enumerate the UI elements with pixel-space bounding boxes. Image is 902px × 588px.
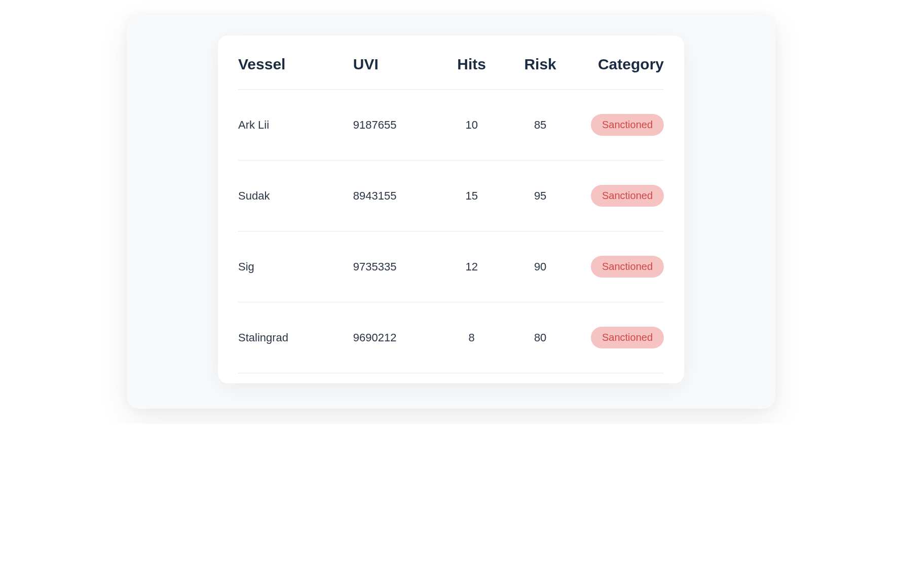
header-hits: Hits <box>437 56 506 73</box>
cell-hits: 12 <box>437 260 506 273</box>
cell-risk: 90 <box>506 260 574 273</box>
table-row: Stalingrad 9690212 8 80 Sanctioned <box>238 302 664 373</box>
cell-uvi: 8943155 <box>348 189 437 203</box>
outer-panel: Vessel UVI Hits Risk Category Ark Lii 91… <box>127 15 775 409</box>
header-category: Category <box>575 56 664 73</box>
cell-vessel: Sig <box>238 260 348 273</box>
vessel-table-card: Vessel UVI Hits Risk Category Ark Lii 91… <box>218 35 684 383</box>
cell-risk: 85 <box>506 119 574 132</box>
cell-category: Sanctioned <box>575 256 664 278</box>
cell-hits: 15 <box>437 189 506 203</box>
table-row: Sudak 8943155 15 95 Sanctioned <box>238 161 664 231</box>
cell-risk: 95 <box>506 189 574 203</box>
cell-vessel: Stalingrad <box>238 331 348 344</box>
cell-category: Sanctioned <box>575 185 664 207</box>
status-badge: Sanctioned <box>591 114 664 136</box>
vessel-table: Vessel UVI Hits Risk Category Ark Lii 91… <box>238 56 664 373</box>
status-badge: Sanctioned <box>591 256 664 278</box>
cell-hits: 10 <box>437 119 506 132</box>
table-header-row: Vessel UVI Hits Risk Category <box>238 56 664 90</box>
header-uvi: UVI <box>348 56 437 73</box>
header-risk: Risk <box>506 56 574 73</box>
cell-uvi: 9187655 <box>348 119 437 132</box>
cell-category: Sanctioned <box>575 327 664 348</box>
cell-uvi: 9690212 <box>348 331 437 344</box>
cell-category: Sanctioned <box>575 114 664 136</box>
cell-uvi: 9735335 <box>348 260 437 273</box>
table-row: Ark Lii 9187655 10 85 Sanctioned <box>238 90 664 161</box>
cell-risk: 80 <box>506 331 574 344</box>
status-badge: Sanctioned <box>591 327 664 348</box>
table-row: Sig 9735335 12 90 Sanctioned <box>238 231 664 302</box>
cell-vessel: Sudak <box>238 189 348 203</box>
cell-hits: 8 <box>437 331 506 344</box>
header-vessel: Vessel <box>238 56 348 73</box>
cell-vessel: Ark Lii <box>238 119 348 132</box>
status-badge: Sanctioned <box>591 185 664 207</box>
